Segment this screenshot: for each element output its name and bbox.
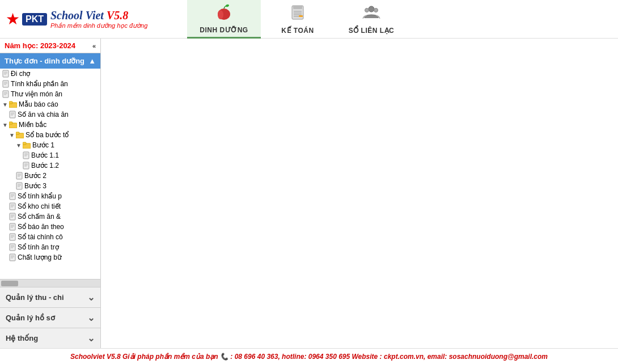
- tree-item-so-kho-chi-tiet[interactable]: Sổ kho chi tiết: [0, 201, 100, 211]
- tree-item-so-tinh-khau-phan[interactable]: Sổ tính khẩu p: [0, 191, 100, 201]
- doc-icon: [23, 151, 29, 159]
- header: ★ PKT School Viet V5.8 Phần mềm dinh dưỡ…: [0, 0, 618, 39]
- tab-dinh-duong-label: DINH DƯỠNG: [200, 26, 248, 34]
- svg-rect-32: [9, 122, 12, 124]
- svg-rect-37: [23, 152, 29, 159]
- svg-point-11: [365, 9, 369, 12]
- doc-icon: [9, 223, 16, 231]
- tree-item-buoc-2[interactable]: Bước 2: [0, 171, 100, 181]
- svg-rect-13: [3, 70, 9, 77]
- accordion-quan-ly-ho-so[interactable]: Quản lý hồ sơ ⌄: [0, 307, 100, 328]
- tree-item-buoc-1-1[interactable]: Bước 1.1: [0, 150, 100, 160]
- footer-text: Schoolviet V5.8 Giải pháp phần mềm của b…: [70, 353, 548, 361]
- doc-icon: [16, 172, 23, 180]
- tree-container: Đi chợ Tính khẩu phần ăn Thư viện món ăn…: [0, 69, 100, 279]
- svg-rect-57: [10, 203, 15, 210]
- so-lien-lac-icon: [362, 3, 380, 26]
- tree-item-buoc-1-2[interactable]: Bước 1.2: [0, 160, 100, 171]
- tab-dinh-duong[interactable]: DINH DƯỠNG: [187, 0, 261, 39]
- logo-star-icon: ★: [6, 10, 20, 28]
- expand-icon: ▼: [2, 122, 8, 128]
- thuc-don-collapse-icon: ▲: [88, 57, 96, 65]
- tab-so-lien-lac[interactable]: SỔ LIÊN LẠC: [335, 0, 408, 39]
- accordion-header-he-thong[interactable]: Hệ thống ⌄: [0, 328, 100, 348]
- tree-item-so-bao-an-theo[interactable]: Sổ báo ăn theo: [0, 222, 100, 232]
- chevron-down-icon: ⌄: [87, 312, 95, 323]
- svg-rect-49: [16, 183, 22, 189]
- svg-point-2: [225, 4, 229, 7]
- doc-icon: [2, 90, 9, 98]
- thuc-don-section-header[interactable]: Thực đơn - dinh dưỡng ▲: [0, 53, 100, 69]
- logo-title: School Viet V5.8 Phần mềm dinh dưỡng học…: [50, 9, 147, 29]
- tree-item-buoc-1[interactable]: ▼ Bước 1: [0, 140, 100, 150]
- svg-rect-45: [16, 172, 22, 179]
- accordion-label-quan-ly-thu-chi: Quản lý thu - chi: [6, 293, 64, 302]
- svg-rect-61: [10, 213, 15, 220]
- accordion-quan-ly-thu-chi[interactable]: Quản lý thu - chi ⌄: [0, 287, 100, 307]
- chevron-down-icon: ⌄: [87, 292, 95, 303]
- main-content: [101, 39, 618, 348]
- tree-item-di-cho[interactable]: Đi chợ: [0, 69, 100, 79]
- tree-item-so-ba-buoc-to[interactable]: ▼ Sổ ba bước tổ: [0, 130, 100, 140]
- accordion-label-quan-ly-ho-so: Quản lý hồ sơ: [6, 314, 55, 322]
- main-area: Năm học: 2023-2024 « Thực đơn - dinh dưỡ…: [0, 39, 618, 348]
- tab-so-lien-lac-label: SỔ LIÊN LẠC: [349, 27, 395, 35]
- logo-pkt-label: PKT: [22, 13, 47, 26]
- logo-subtitle: Phần mềm dinh dưỡng học đường: [50, 22, 147, 29]
- svg-rect-9: [299, 15, 303, 17]
- svg-rect-34: [16, 132, 19, 134]
- doc-icon: [9, 233, 16, 241]
- doc-icon: [9, 111, 16, 118]
- tree-item-so-an-va-chia-an[interactable]: Số ăn và chia ăn: [0, 109, 100, 120]
- svg-rect-4: [293, 6, 302, 9]
- svg-rect-77: [10, 254, 15, 261]
- tab-ke-toan-label: KẾ TOÁN: [281, 27, 314, 35]
- accordion-label-he-thong: Hệ thống: [6, 334, 38, 342]
- logo-area: ★ PKT School Viet V5.8 Phần mềm dinh dưỡ…: [0, 9, 187, 29]
- accordion-he-thong[interactable]: Hệ thống ⌄: [0, 328, 100, 348]
- svg-rect-17: [3, 81, 9, 87]
- ke-toan-icon: [289, 3, 307, 26]
- footer: Schoolviet V5.8 Giải pháp phần mềm của b…: [0, 348, 618, 364]
- svg-rect-41: [23, 162, 29, 169]
- tab-ke-toan[interactable]: KẾ TOÁN: [261, 0, 335, 39]
- doc-icon: [9, 253, 16, 261]
- nav-tabs: DINH DƯỠNG KẾ TOÁN: [187, 0, 618, 38]
- doc-icon: [9, 192, 16, 200]
- doc-icon: [9, 243, 16, 251]
- folder-icon: [9, 121, 17, 128]
- expand-icon: ▼: [9, 132, 15, 138]
- apple-icon: [215, 3, 233, 25]
- doc-icon: [2, 80, 9, 88]
- tree-item-so-tai-chinh-co[interactable]: Sổ tài chính cô: [0, 232, 100, 242]
- tree-horizontal-scrollbar[interactable]: [0, 279, 100, 287]
- svg-rect-27: [10, 111, 15, 118]
- doc-icon: [9, 202, 16, 210]
- doc-icon: [16, 182, 23, 190]
- year-label: Năm học: 2023-2024: [5, 41, 75, 50]
- svg-point-12: [374, 9, 378, 12]
- svg-rect-69: [10, 234, 15, 240]
- accordion-header-quan-ly-thu-chi[interactable]: Quản lý thu - chi ⌄: [0, 287, 100, 307]
- svg-rect-53: [10, 193, 15, 200]
- expand-icon: ▼: [2, 101, 8, 108]
- tree-item-chat-luong-bu[interactable]: Chất lượng bữ: [0, 252, 100, 263]
- doc-icon: [2, 70, 9, 78]
- tree-item-mau-bao-cao[interactable]: ▼ Mẫu báo cáo: [0, 99, 100, 109]
- svg-rect-21: [3, 91, 9, 98]
- tree-item-buoc-3[interactable]: Bước 3: [0, 181, 100, 191]
- tree-item-so-cham-an[interactable]: Sổ chấm ăn &: [0, 211, 100, 222]
- tree-item-tinh-khau-phan-an[interactable]: Tính khẩu phần ăn: [0, 79, 100, 89]
- svg-rect-36: [23, 142, 26, 145]
- svg-rect-73: [10, 244, 15, 251]
- folder-icon: [16, 132, 24, 138]
- accordion-header-quan-ly-ho-so[interactable]: Quản lý hồ sơ ⌄: [0, 308, 100, 328]
- svg-point-10: [369, 6, 374, 12]
- tree-item-mien-bac[interactable]: ▼ Miền bắc: [0, 120, 100, 130]
- phone-icon: 📞: [220, 353, 230, 361]
- tree-item-thu-vien-mon-an[interactable]: Thư viện món ăn: [0, 89, 100, 99]
- tree-item-so-tinh-an-tro[interactable]: Sổ tính ăn trợ: [0, 242, 100, 252]
- logo-school-label: School Viet V5.8: [50, 9, 147, 22]
- tree-scroll-thumb[interactable]: [1, 281, 18, 286]
- folder-icon: [9, 101, 17, 108]
